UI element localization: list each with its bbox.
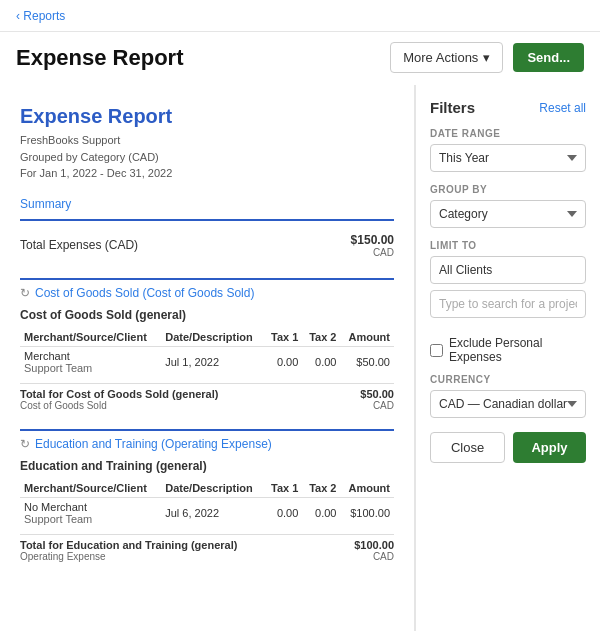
exclude-personal-checkbox[interactable] (430, 344, 443, 357)
summary-row: Total Expenses (CAD) $150.00 CAD (20, 229, 394, 262)
chevron-down-icon: ▾ (483, 50, 490, 65)
report-area: Expense Report FreshBooks Support Groupe… (0, 85, 415, 631)
category-header-text: Cost of Goods Sold (Cost of Goods Sold) (35, 286, 254, 300)
table-row: No MerchantSupport Team Jul 6, 2022 0.00… (20, 497, 394, 528)
total-cad: CAD (354, 551, 394, 562)
reset-all-link[interactable]: Reset all (539, 101, 586, 115)
cell-date: Jul 6, 2022 (161, 497, 264, 528)
cell-merchant: No MerchantSupport Team (20, 497, 161, 528)
cell-tax2: 0.00 (302, 346, 340, 377)
category-total-row: Total for Education and Training (genera… (20, 534, 394, 562)
main-layout: Expense Report FreshBooks Support Groupe… (0, 85, 600, 631)
category-group-label: Cost of Goods Sold (general) (20, 308, 394, 322)
date-range-label: DATE RANGE (430, 128, 586, 139)
total-cad: CAD (360, 400, 394, 411)
summary-link-container: Summary (20, 196, 394, 211)
close-button[interactable]: Close (430, 432, 505, 463)
category-header: ↻ Cost of Goods Sold (Cost of Goods Sold… (20, 278, 394, 300)
header-actions: More Actions ▾ Send... (390, 42, 584, 73)
col-tax2: Tax 2 (302, 328, 340, 347)
filters-title: Filters (430, 99, 475, 116)
category-group-label: Education and Training (general) (20, 459, 394, 473)
summary-section: Total Expenses (CAD) $150.00 CAD (20, 219, 394, 262)
group-by-select[interactable]: CategoryMerchantClient (430, 200, 586, 228)
col-amount: Amount (340, 328, 394, 347)
category-header-text: Education and Training (Operating Expens… (35, 437, 272, 451)
category-header: ↻ Education and Training (Operating Expe… (20, 429, 394, 451)
cell-date: Jul 1, 2022 (161, 346, 264, 377)
col-date: Date/Description (161, 328, 264, 347)
summary-label: Total Expenses (CAD) (20, 238, 138, 252)
categories-container: ↻ Cost of Goods Sold (Cost of Goods Sold… (20, 278, 394, 562)
cell-amount: $50.00 (340, 346, 394, 377)
col-merchant: Merchant/Source/Client (20, 479, 161, 498)
more-actions-button[interactable]: More Actions ▾ (390, 42, 503, 73)
exclude-personal-row: Exclude Personal Expenses (430, 336, 586, 364)
group-by-label: GROUP BY (430, 184, 586, 195)
expense-table: Merchant/Source/Client Date/Description … (20, 328, 394, 377)
report-title: Expense Report (20, 105, 394, 128)
expense-table: Merchant/Source/Client Date/Description … (20, 479, 394, 528)
apply-button[interactable]: Apply (513, 432, 586, 463)
col-date: Date/Description (161, 479, 264, 498)
exclude-personal-label[interactable]: Exclude Personal Expenses (449, 336, 586, 364)
report-meta: FreshBooks Support Grouped by Category (… (20, 132, 394, 182)
col-merchant: Merchant/Source/Client (20, 328, 161, 347)
total-sub-label: Cost of Goods Sold (20, 400, 218, 411)
refresh-icon: ↻ (20, 286, 30, 300)
refresh-icon: ↻ (20, 437, 30, 451)
total-value: $100.00 (354, 539, 394, 551)
date-range-select[interactable]: This YearLast YearCustom (430, 144, 586, 172)
send-button[interactable]: Send... (513, 43, 584, 72)
category-total-row: Total for Cost of Goods Sold (general) C… (20, 383, 394, 411)
cell-tax1: 0.00 (264, 497, 302, 528)
total-value: $50.00 (360, 388, 394, 400)
summary-cad: CAD (351, 247, 394, 258)
cell-tax2: 0.00 (302, 497, 340, 528)
page-title: Expense Report (16, 45, 184, 71)
total-label: Total for Cost of Goods Sold (general) (20, 388, 218, 400)
filter-date-range: DATE RANGE This YearLast YearCustom (430, 128, 586, 172)
currency-label: Currency (430, 374, 586, 385)
col-tax2: Tax 2 (302, 479, 340, 498)
filter-group-by: GROUP BY CategoryMerchantClient (430, 184, 586, 228)
category-section-education: ↻ Education and Training (Operating Expe… (20, 429, 394, 562)
project-search-input[interactable] (430, 290, 586, 318)
cell-merchant: MerchantSupport Team (20, 346, 161, 377)
filter-actions: Close Apply (430, 432, 586, 463)
filters-panel: Filters Reset all DATE RANGE This YearLa… (415, 85, 600, 631)
client-input[interactable] (430, 256, 586, 284)
summary-value: $150.00 (351, 233, 394, 247)
cell-tax1: 0.00 (264, 346, 302, 377)
category-section-cogs: ↻ Cost of Goods Sold (Cost of Goods Sold… (20, 278, 394, 411)
cell-amount: $100.00 (340, 497, 394, 528)
filter-limit-to: LIMIT TO (430, 240, 586, 324)
total-label: Total for Education and Training (genera… (20, 539, 237, 551)
col-amount: Amount (340, 479, 394, 498)
breadcrumb-link[interactable]: Reports (16, 9, 65, 23)
col-tax1: Tax 1 (264, 328, 302, 347)
table-row: MerchantSupport Team Jul 1, 2022 0.00 0.… (20, 346, 394, 377)
filter-currency: Currency CAD — Canadian dollarUSD — US d… (430, 374, 586, 418)
limit-to-label: LIMIT TO (430, 240, 586, 251)
total-sub-label: Operating Expense (20, 551, 237, 562)
page-header: Expense Report More Actions ▾ Send... (0, 32, 600, 85)
top-nav: Reports (0, 0, 600, 32)
summary-anchor[interactable]: Summary (20, 197, 71, 211)
filters-header: Filters Reset all (430, 99, 586, 116)
currency-select[interactable]: CAD — Canadian dollarUSD — US dollar (430, 390, 586, 418)
col-tax1: Tax 1 (264, 479, 302, 498)
